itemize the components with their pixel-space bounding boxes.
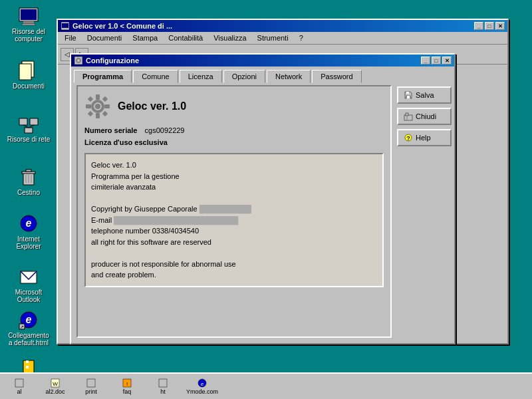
- textbox-line6: E-mail ████████████████████████: [91, 215, 377, 226]
- tab-programma[interactable]: Programma: [74, 70, 132, 83]
- svg-line-12: [23, 125, 29, 128]
- svg-rect-44: [102, 96, 108, 102]
- collegamento-label: Collegamento a default.html: [5, 332, 52, 346]
- close-button[interactable]: Chiudi: [397, 108, 452, 125]
- risorse-rete-label: Risorse di rete: [7, 136, 50, 143]
- desktop-icon-collegamento[interactable]: e ↗ Collegamento a default.html: [5, 309, 52, 346]
- tab-comune[interactable]: Comune: [133, 70, 178, 83]
- tab-password[interactable]: Password: [312, 70, 361, 83]
- svg-rect-31: [26, 368, 29, 371]
- svg-rect-2: [23, 21, 34, 24]
- menu-strumenti[interactable]: Strumenti: [253, 33, 293, 43]
- config-win-controls: _ □ ✕: [421, 57, 452, 65]
- taskbar-faq-icon: !: [122, 378, 132, 388]
- serial-label: Numero seriale: [84, 126, 137, 134]
- textbox-line5: Copyright by Giuseppe Caporale █████████…: [91, 203, 377, 215]
- risorse-rete-icon: [18, 113, 39, 134]
- collegamento-icon: e ↗: [18, 309, 39, 331]
- outlook-icon: [18, 266, 39, 287]
- help-icon: ?: [404, 133, 413, 142]
- svg-rect-9: [19, 118, 27, 125]
- svg-rect-29: [26, 363, 29, 366]
- close-button[interactable]: ✕: [495, 22, 505, 30]
- taskbar-item-print[interactable]: print: [74, 378, 108, 395]
- svg-rect-40: [96, 113, 100, 118]
- svg-point-36: [77, 59, 80, 62]
- tab-content-programma: Geloc ver. 1.0 Numero seriale cgs0092229…: [76, 85, 392, 338]
- svg-rect-43: [88, 96, 93, 102]
- taskbar-print-icon: [86, 378, 96, 388]
- svg-rect-60: [159, 379, 167, 387]
- tab-opzioni[interactable]: Opzioni: [223, 70, 265, 83]
- svg-rect-30: [26, 366, 29, 368]
- svg-rect-16: [26, 170, 31, 172]
- taskbar-item-ymode[interactable]: e Ymode.com: [182, 378, 222, 395]
- tab-licenza[interactable]: Licenza: [180, 70, 222, 83]
- svg-rect-54: [15, 379, 23, 387]
- svg-rect-41: [86, 104, 91, 108]
- info-text-box: Geloc ver. 1.0 Programma per la gestione…: [84, 153, 384, 287]
- taskbar-ht-icon: [158, 378, 168, 388]
- license-row: Licenza d'uso esclusiva: [84, 138, 384, 146]
- desktop-icon-risorse-rete[interactable]: Risorse di rete: [5, 113, 52, 143]
- menu-file[interactable]: File: [61, 33, 80, 43]
- save-button[interactable]: Salva: [397, 86, 452, 104]
- main-window-title: Geloc ver 1.0 < Comune di ...: [72, 22, 172, 30]
- taskbar: al W al2.doc print ! faq ht e Ymode.com: [0, 372, 532, 399]
- svg-text:e: e: [26, 314, 32, 325]
- svg-rect-28: [26, 360, 29, 363]
- config-maximize-button[interactable]: □: [432, 57, 441, 65]
- maximize-button[interactable]: □: [485, 22, 494, 30]
- menu-stampa[interactable]: Stampa: [128, 33, 162, 43]
- svg-line-13: [29, 125, 34, 128]
- svg-rect-33: [62, 23, 68, 28]
- svg-rect-39: [96, 94, 100, 100]
- desktop-icon-risorse-computer[interactable]: Risorse del computer: [5, 5, 52, 43]
- svg-rect-3: [22, 24, 35, 25]
- svg-text:?: ?: [406, 135, 410, 142]
- close-icon: [404, 112, 413, 121]
- ie-label: Internet Explorer: [5, 235, 52, 250]
- config-titlebar[interactable]: Configurazione _ □ ✕: [71, 55, 454, 66]
- taskbar-ymode-icon: e: [197, 378, 207, 388]
- desktop-icon-outlook[interactable]: Microsoft Outlook: [5, 266, 52, 303]
- ie-icon: e: [18, 213, 39, 234]
- textbox-line11: and create problem.: [91, 269, 377, 281]
- config-dialog: Configurazione _ □ ✕ Programma Comune Li…: [70, 53, 456, 344]
- config-minimize-button[interactable]: _: [421, 57, 430, 65]
- risorse-computer-label: Risorse del computer: [5, 28, 52, 43]
- action-buttons: Salva Chiudi ? Help: [397, 85, 452, 340]
- textbox-line7: telephone number 0338/4034540: [91, 225, 377, 237]
- config-window-icon: [74, 56, 83, 65]
- menu-bar: File Documenti Stampa Contabilità Visual…: [58, 32, 507, 45]
- svg-text:W: W: [53, 381, 58, 387]
- save-icon: [404, 90, 413, 100]
- tab-network[interactable]: Network: [267, 70, 311, 83]
- main-window-titlebar[interactable]: Geloc ver 1.0 < Comune di ... _ □ ✕: [58, 20, 507, 32]
- taskbar-item-al2[interactable]: W al2.doc: [39, 378, 72, 395]
- app-info-header: Geloc ver. 1.0: [84, 93, 384, 120]
- menu-visualizza[interactable]: Visualizza: [209, 33, 250, 43]
- taskbar-item-faq[interactable]: ! faq: [110, 378, 144, 395]
- help-button[interactable]: ? Help: [397, 129, 452, 146]
- cestino-icon: [18, 166, 39, 188]
- svg-rect-45: [88, 111, 93, 116]
- desktop-icon-documenti[interactable]: Documenti: [5, 60, 52, 90]
- desktop-icon-ie[interactable]: e Internet Explorer: [5, 213, 52, 250]
- svg-rect-42: [104, 104, 110, 108]
- config-close-button[interactable]: ✕: [442, 57, 452, 65]
- menu-contabilita[interactable]: Contabilità: [164, 33, 207, 43]
- textbox-line8: all right for this software are reserved: [91, 237, 377, 248]
- textbox-line10: producer is not responsible for abnormal…: [91, 259, 377, 270]
- menu-help[interactable]: ?: [295, 33, 307, 43]
- config-title: Configurazione: [86, 57, 139, 65]
- dialog-body: Geloc ver. 1.0 Numero seriale cgs0092229…: [71, 82, 454, 343]
- desktop-icon-cestino[interactable]: Cestino: [5, 166, 52, 196]
- taskbar-item-ht[interactable]: ht: [146, 378, 180, 395]
- main-window-icon: [61, 21, 70, 31]
- taskbar-item-al[interactable]: al: [3, 378, 36, 395]
- documenti-label: Documenti: [13, 82, 45, 90]
- menu-documenti[interactable]: Documenti: [83, 33, 126, 43]
- minimize-button[interactable]: _: [474, 22, 483, 30]
- svg-rect-47: [407, 96, 410, 98]
